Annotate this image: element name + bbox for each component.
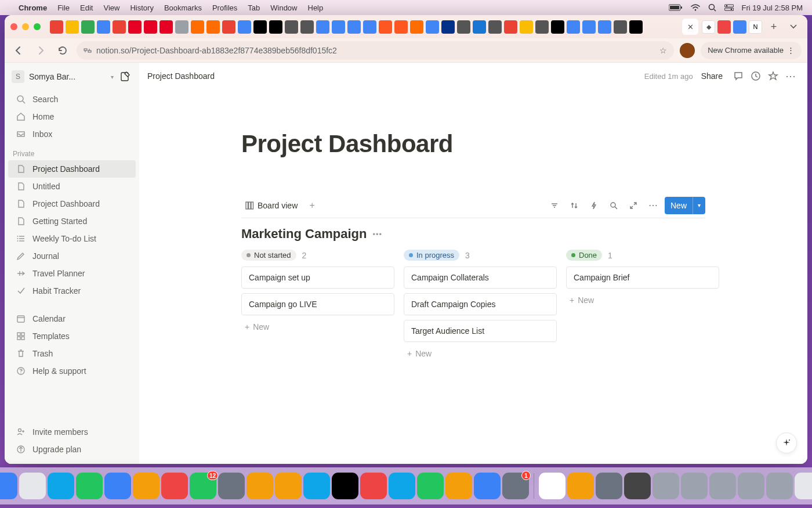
- tab-favicon[interactable]: [285, 20, 298, 34]
- tab-favicon[interactable]: [238, 20, 251, 34]
- menubar-clock[interactable]: Fri 19 Jul 2:58 PM: [742, 3, 803, 12]
- favorite-icon[interactable]: [764, 67, 782, 85]
- sidebar-home[interactable]: Home: [8, 108, 136, 125]
- control-center-icon[interactable]: [724, 4, 734, 11]
- new-tab-button[interactable]: +: [766, 19, 782, 35]
- sidebar-page-item[interactable]: Project Dashboard: [8, 160, 136, 178]
- sidebar-help[interactable]: Help & support: [8, 362, 136, 380]
- dock-app-icon[interactable]: [624, 473, 651, 499]
- spotlight-icon[interactable]: [708, 3, 716, 12]
- dock-app-icon[interactable]: [133, 473, 160, 499]
- wifi-icon[interactable]: [691, 4, 700, 11]
- tab-favicon[interactable]: [629, 20, 643, 34]
- dock-app-icon[interactable]: [417, 473, 444, 499]
- sidebar-search[interactable]: Search: [8, 91, 136, 108]
- menu-view[interactable]: View: [103, 3, 119, 12]
- menu-bookmarks[interactable]: Bookmarks: [164, 3, 202, 12]
- view-board[interactable]: Board view: [241, 199, 301, 212]
- tab-favicon[interactable]: [394, 20, 408, 34]
- add-view-button[interactable]: +: [304, 198, 320, 213]
- dock-app-icon[interactable]: [766, 473, 793, 499]
- reload-button[interactable]: [55, 42, 71, 59]
- sidebar-page-item[interactable]: Weekly To-do List: [8, 230, 136, 247]
- search-db-icon[interactable]: [606, 197, 622, 214]
- forward-button[interactable]: [32, 42, 49, 59]
- tab-favicon[interactable]: [457, 20, 470, 34]
- tab-favicon[interactable]: [733, 20, 746, 34]
- tab-favicon[interactable]: [253, 20, 267, 34]
- tab-favicon[interactable]: [50, 20, 63, 34]
- tab-favicon[interactable]: [300, 20, 314, 34]
- tab-favicon[interactable]: [222, 20, 235, 34]
- window-minimize[interactable]: [22, 23, 29, 30]
- menu-history[interactable]: History: [130, 3, 153, 12]
- menu-window[interactable]: Window: [270, 3, 297, 12]
- dock-app-icon[interactable]: [738, 473, 764, 499]
- add-card-button[interactable]: +New: [566, 293, 719, 307]
- board-card[interactable]: Draft Campaign Copies: [404, 293, 557, 315]
- status-pill[interactable]: In progress: [404, 250, 459, 261]
- dock-app-icon[interactable]: [652, 473, 679, 499]
- board-card[interactable]: Campaign go LIVE: [241, 293, 394, 315]
- tab-favicon[interactable]: [520, 20, 533, 34]
- dock-app-icon[interactable]: [596, 473, 622, 499]
- dock-app-icon[interactable]: 12: [190, 473, 216, 499]
- sidebar-page-item[interactable]: Journal: [8, 247, 136, 265]
- add-card-button[interactable]: +New: [241, 320, 394, 334]
- dock-app-icon[interactable]: [246, 473, 273, 499]
- tab-favicon[interactable]: [473, 20, 486, 34]
- address-bar[interactable]: notion.so/Project-Dashboard-ab1883e2f877…: [77, 41, 674, 60]
- tab-favicon[interactable]: [175, 20, 188, 34]
- dock-app-icon[interactable]: [275, 473, 302, 499]
- back-button[interactable]: [10, 42, 27, 59]
- database-title[interactable]: Marketing Campaign: [241, 226, 367, 242]
- tab-favicon[interactable]: [582, 20, 596, 34]
- dock-app-icon[interactable]: [104, 473, 131, 499]
- dock-app-icon[interactable]: [389, 473, 415, 499]
- sidebar-templates[interactable]: Templates: [8, 327, 136, 345]
- tab-favicon[interactable]: [379, 20, 392, 34]
- dock-app-icon[interactable]: [567, 473, 594, 499]
- tab-favicon[interactable]: [717, 20, 731, 34]
- bookmark-star-icon[interactable]: ☆: [659, 46, 667, 55]
- expand-icon[interactable]: [625, 197, 641, 214]
- tab-favicon[interactable]: [535, 20, 549, 34]
- workspace-switcher[interactable]: S Somya Bar... ▾: [5, 66, 139, 87]
- tab-favicon[interactable]: [598, 20, 611, 34]
- dock-app-icon[interactable]: [0, 473, 17, 499]
- breadcrumb[interactable]: Project Dashboard: [147, 71, 215, 81]
- dock-app-icon[interactable]: [795, 473, 812, 499]
- update-chip[interactable]: New Chrome available ⋮: [701, 42, 802, 59]
- dock-app-icon[interactable]: [161, 473, 188, 499]
- menubar-app-name[interactable]: Chrome: [19, 3, 47, 12]
- sidebar-page-item[interactable]: Habit Tracker: [8, 282, 136, 300]
- updates-icon[interactable]: [747, 67, 764, 85]
- new-page-icon[interactable]: [118, 70, 132, 84]
- dock-app-icon[interactable]: [681, 473, 708, 499]
- tab-favicon[interactable]: [160, 20, 173, 34]
- share-button[interactable]: Share: [701, 71, 723, 81]
- dock-app-icon[interactable]: 1: [502, 473, 529, 499]
- add-card-button[interactable]: +New: [404, 347, 557, 361]
- tab-favicon[interactable]: [347, 20, 361, 34]
- dock-app-icon[interactable]: [218, 473, 245, 499]
- dock-app-icon[interactable]: [709, 473, 736, 499]
- menu-help[interactable]: Help: [308, 3, 324, 12]
- sidebar-inbox[interactable]: Inbox: [8, 125, 136, 143]
- page-title[interactable]: Project Dashboard: [241, 130, 705, 158]
- new-record-button[interactable]: New ▾: [665, 197, 705, 214]
- sidebar-page-item[interactable]: Getting Started: [8, 212, 136, 230]
- sidebar-calendar[interactable]: Calendar: [8, 310, 136, 327]
- window-maximize[interactable]: [34, 23, 41, 30]
- tabs-dropdown[interactable]: [785, 19, 802, 35]
- sidebar-page-item[interactable]: Project Dashboard: [8, 195, 136, 212]
- menu-tab[interactable]: Tab: [248, 3, 260, 12]
- site-info-icon[interactable]: [84, 46, 92, 55]
- tab-favicon[interactable]: [567, 20, 580, 34]
- more-icon[interactable]: ⋯: [782, 67, 799, 85]
- tab-favicon[interactable]: [66, 20, 79, 34]
- tab-favicon[interactable]: [269, 20, 282, 34]
- comments-icon[interactable]: [730, 67, 747, 85]
- status-pill[interactable]: Done: [566, 250, 602, 261]
- dock-app-icon[interactable]: [19, 473, 46, 499]
